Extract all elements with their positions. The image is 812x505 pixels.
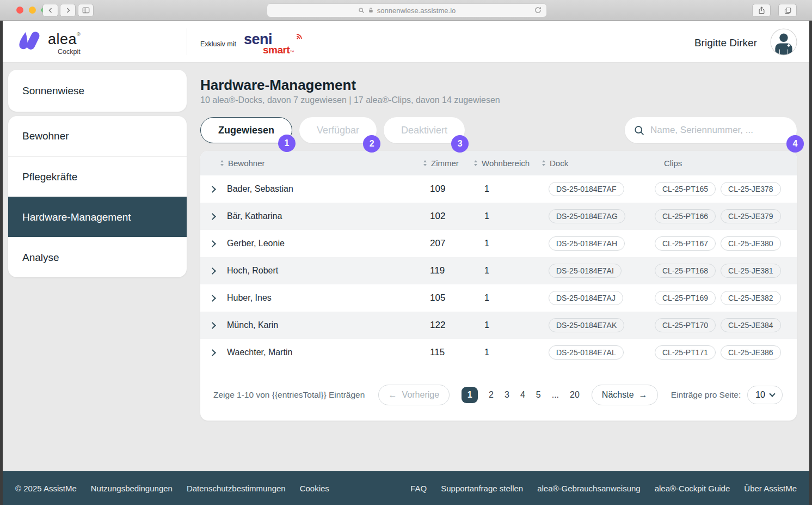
page-2[interactable]: 2 <box>489 390 494 400</box>
search-input[interactable] <box>650 125 797 136</box>
footer-link-support[interactable]: Supportanfrage stellen <box>441 484 523 493</box>
room-number: 109 <box>430 184 481 194</box>
app-footer: © 2025 AssistMe Nutzungsbedingungen Date… <box>0 471 812 505</box>
partner-branding: Exklusiv mit seni smart™ <box>200 34 305 54</box>
partner-prefix: Exklusiv mit <box>200 40 236 48</box>
page-20[interactable]: 20 <box>570 390 580 400</box>
per-page-select[interactable]: 10 <box>747 386 783 404</box>
table-row[interactable]: Huber, Ines 105 1 DS-25-0184E7AJ CL-25-P… <box>200 284 797 312</box>
column-bewohner: Bewohner <box>220 159 430 168</box>
table-row[interactable]: Münch, Karin 122 1 DS-25-0184E7AK CL-25-… <box>200 312 797 339</box>
column-wohnbereich: Wohnbereich <box>481 159 549 168</box>
arrow-left-icon: ← <box>389 390 397 400</box>
forward-button[interactable] <box>60 4 76 17</box>
chevron-down-icon <box>769 391 775 397</box>
next-label: Nächste <box>602 390 634 400</box>
clip-serial-badge: CL-25-JE381 <box>721 264 781 278</box>
expand-chevron-icon[interactable] <box>209 186 216 193</box>
expand-chevron-icon[interactable] <box>209 240 216 247</box>
smart-wordmark: smart <box>263 44 290 56</box>
dock-serial-badge: DS-25-0184E7AH <box>549 236 625 251</box>
expand-chevron-icon[interactable] <box>209 295 216 302</box>
footer-link-datenschutz[interactable]: Datenschutzbestimmungen <box>187 484 286 493</box>
page-3[interactable]: 3 <box>505 390 509 400</box>
share-icon <box>758 6 766 15</box>
sidebar-item-analyse[interactable]: Analyse <box>8 237 187 277</box>
sidebar-toggle-button[interactable] <box>78 4 94 17</box>
living-area: 1 <box>481 348 549 357</box>
sidebar-item-pflegekraefte[interactable]: Pflegekräfte <box>8 156 187 197</box>
page-5[interactable]: 5 <box>536 390 541 400</box>
dock-serial-badge: DS-25-0184E7AK <box>549 318 624 332</box>
clip-serial-badge: CL-25-JE379 <box>721 209 781 223</box>
next-page-button[interactable]: Nächste → <box>592 385 658 405</box>
address-bar[interactable]: sonnenwiese.assistme.io <box>267 3 547 17</box>
reload-button[interactable] <box>534 6 542 16</box>
header-divider <box>187 28 187 55</box>
share-button[interactable] <box>752 4 771 17</box>
clip-serial-badge: CL-25-PT170 <box>655 318 716 332</box>
footer-link-cookies[interactable]: Cookies <box>300 484 329 493</box>
app-header: alea® Cockpit Exklusiv mit seni smart™ B… <box>0 21 812 63</box>
table-row[interactable]: Bader, Sebastian 109 1 DS-25-0184E7AF CL… <box>200 175 797 203</box>
expand-chevron-icon[interactable] <box>209 349 216 356</box>
sort-icon[interactable] <box>423 160 427 167</box>
living-area: 1 <box>481 184 549 194</box>
table-row[interactable]: Waechter, Martin 115 1 DS-25-0184E7AL CL… <box>200 339 797 366</box>
avatar[interactable] <box>770 28 797 58</box>
window-edge <box>809 21 812 505</box>
table-row[interactable]: Hoch, Robert 119 1 DS-25-0184E7AI CL-25-… <box>200 257 797 284</box>
footer-link-faq[interactable]: FAQ <box>410 484 427 493</box>
back-button[interactable] <box>42 4 58 17</box>
page-4[interactable]: 4 <box>520 390 525 400</box>
chevron-right-icon <box>65 7 71 14</box>
footer-link-gebrauchsanweisung[interactable]: alea®-Gebrauchsanweisung <box>537 484 641 493</box>
per-page-value: 10 <box>755 390 765 400</box>
sort-icon[interactable] <box>474 160 478 167</box>
minimize-window-button[interactable] <box>29 7 36 14</box>
clip-serial-badge: CL-25-PT171 <box>655 345 716 360</box>
resident-name: Waechter, Martin <box>220 348 430 357</box>
sidebar-item-bewohner[interactable]: Bewohner <box>8 116 187 156</box>
clip-serial-badge: CL-25-JE378 <box>721 182 781 196</box>
page-subtitle: 10 alea®-Docks, davon 7 zugewiesen | 17 … <box>200 95 500 105</box>
url-text: sonnenwiese.assistme.io <box>377 7 456 15</box>
dock-serial-badge: DS-25-0184E7AI <box>549 264 622 278</box>
dock-serial-badge: DS-25-0184E7AG <box>549 209 625 223</box>
expand-chevron-icon[interactable] <box>209 267 216 275</box>
tab-verfuegbar[interactable]: Verfügbar 2 <box>299 117 377 143</box>
sort-icon[interactable] <box>542 160 546 167</box>
page-1[interactable]: 1 <box>462 387 478 403</box>
tab-label: Zugewiesen <box>218 125 274 136</box>
page-ellipsis: ... <box>552 390 559 400</box>
tabs-icon <box>784 7 792 15</box>
expand-chevron-icon[interactable] <box>209 322 216 329</box>
dock-serial-badge: DS-25-0184E7AF <box>549 182 624 196</box>
clip-serial-badge: CL-25-JE384 <box>721 318 781 332</box>
footer-link-ueber-assistme[interactable]: Über AssistMe <box>744 484 797 493</box>
sidebar-item-hardware-management[interactable]: Hardware-Management <box>8 197 187 237</box>
tab-zugewiesen[interactable]: Zugewiesen 1 <box>200 117 292 143</box>
column-label: Zimmer <box>431 159 459 168</box>
column-label: Bewohner <box>228 159 265 168</box>
table-row[interactable]: Gerber, Leonie 207 1 DS-25-0184E7AH CL-2… <box>200 230 797 257</box>
footer-link-cockpit-guide[interactable]: alea®-Cockpit Guide <box>655 484 730 493</box>
room-number: 105 <box>430 293 481 303</box>
tab-overview-button[interactable] <box>778 4 797 17</box>
tab-label: Verfügbar <box>317 125 359 136</box>
expand-chevron-icon[interactable] <box>209 213 216 220</box>
clip-serial-badge: CL-25-PT166 <box>655 209 716 223</box>
clip-serial-badge: CL-25-JE386 <box>721 345 781 360</box>
room-number: 207 <box>430 238 481 249</box>
footer-link-nutzungsbedingungen[interactable]: Nutzungsbedingungen <box>91 484 173 493</box>
column-label: Wohnbereich <box>482 159 530 168</box>
registered-mark: ® <box>77 32 81 37</box>
close-window-button[interactable] <box>16 7 23 14</box>
sort-icon[interactable] <box>220 160 224 167</box>
previous-page-button[interactable]: ← Vorherige <box>378 385 450 405</box>
clip-serial-badge: CL-25-PT168 <box>655 264 716 278</box>
tab-deaktiviert[interactable]: Deaktiviert 3 <box>384 117 465 143</box>
table-row[interactable]: Bär, Katharina 102 1 DS-25-0184E7AG CL-2… <box>200 203 797 230</box>
resident-name: Huber, Ines <box>220 293 430 303</box>
sidebar-item-facility[interactable]: Sonnenwiese <box>8 70 187 112</box>
